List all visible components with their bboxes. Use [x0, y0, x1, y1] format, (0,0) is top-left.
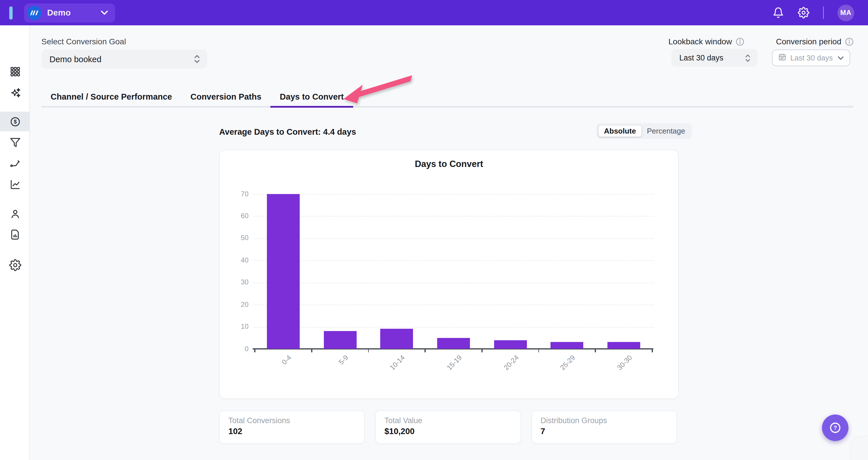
- sidebar-item-conversion-goals-icon[interactable]: $: [0, 112, 30, 131]
- sidebar-item-journeys-icon[interactable]: [0, 153, 30, 173]
- sidebar: $: [0, 25, 30, 460]
- top-bar: Demo MA: [0, 0, 868, 25]
- chevron-down-icon: [838, 56, 844, 60]
- tab-days-to-convert[interactable]: Days to Convert: [271, 87, 353, 106]
- y-axis-tick-label: 30: [222, 278, 248, 286]
- x-axis-tick: [538, 349, 539, 352]
- bar-5-9[interactable]: [323, 331, 356, 349]
- chart-gridline: [254, 327, 653, 327]
- chart-gridline: [254, 216, 653, 217]
- bar-0-4[interactable]: [267, 194, 300, 349]
- sidebar-item-ai-sparkles-icon[interactable]: [0, 83, 30, 103]
- calendar-icon: [778, 53, 786, 63]
- absolute-percentage-toggle: AbsolutePercentage: [596, 123, 692, 139]
- svg-text:?: ?: [834, 425, 837, 431]
- days-to-convert-chart-card: Days to Convert 0102030405060700-45-910-…: [219, 150, 679, 399]
- stat-card-distribution-groups: Distribution Groups7: [531, 410, 677, 444]
- toggle-option-absolute[interactable]: Absolute: [598, 125, 642, 137]
- logo-bar-blue: [9, 6, 12, 20]
- app-root: Demo MA $: [0, 0, 868, 460]
- corner-widget: [850, 436, 868, 460]
- bar-25-29[interactable]: [551, 342, 584, 349]
- stat-value: 7: [540, 427, 668, 436]
- workspace-name: Demo: [47, 8, 71, 17]
- lookback-window-select[interactable]: Last 30 days: [671, 49, 757, 67]
- workspace-avatar-icon: [27, 5, 41, 20]
- toggle-option-percentage[interactable]: Percentage: [642, 125, 690, 137]
- tab-channel-source-performance[interactable]: Channel / Source Performance: [41, 87, 181, 106]
- conversion-goal-label: Select Conversion Goal: [41, 37, 126, 46]
- x-axis-tick: [368, 349, 369, 352]
- select-chevrons-icon: [745, 53, 751, 62]
- sidebar-item-contacts-icon[interactable]: [0, 204, 30, 223]
- chart-gridline: [254, 305, 653, 305]
- x-axis-tick: [311, 349, 312, 352]
- tabs: Channel / Source PerformanceConversion P…: [41, 87, 353, 106]
- y-axis-tick-label: 20: [222, 300, 248, 308]
- x-axis-tick: [595, 349, 596, 352]
- tabs-baseline: [41, 106, 853, 108]
- chart-gridline: [254, 260, 653, 261]
- y-axis-tick-label: 10: [222, 322, 248, 330]
- settings-gear-icon[interactable]: [798, 7, 809, 19]
- sidebar-item-funnel-icon[interactable]: [0, 133, 30, 152]
- chart-title: Days to Convert: [220, 159, 678, 169]
- conversion-period-label: Conversion period: [776, 37, 853, 46]
- chart-gridline: [254, 238, 653, 239]
- sidebar-item-reports-icon[interactable]: [0, 225, 30, 244]
- x-axis-tick: [425, 349, 426, 352]
- help-button[interactable]: ?: [822, 414, 848, 441]
- lookback-window-label: Lookback window: [669, 37, 744, 46]
- topbar-divider: [823, 6, 824, 19]
- conversion-period-value: Last 30 days: [790, 54, 833, 62]
- conversion-goal-select[interactable]: Demo booked: [41, 50, 207, 68]
- stat-label: Total Conversions: [228, 416, 356, 425]
- y-axis-tick-label: 70: [222, 190, 248, 198]
- bar-10-14[interactable]: [380, 329, 413, 349]
- average-days-text: Average Days to Convert: 4.4 days: [219, 127, 356, 137]
- tab-conversion-paths[interactable]: Conversion Paths: [181, 87, 271, 106]
- stat-value: $10,200: [384, 427, 512, 436]
- info-icon[interactable]: [736, 37, 744, 46]
- bar-20-24[interactable]: [494, 340, 527, 349]
- workspace-switcher[interactable]: Demo: [24, 3, 115, 22]
- x-axis-tick: [482, 349, 483, 352]
- stat-label: Distribution Groups: [540, 416, 668, 425]
- svg-text:$: $: [13, 118, 17, 124]
- conversion-period-picker[interactable]: Last 30 days: [772, 50, 850, 66]
- x-axis-tick: [254, 349, 255, 352]
- y-axis-tick-label: 40: [222, 256, 248, 264]
- chart-gridline: [254, 194, 653, 195]
- lookback-window-value: Last 30 days: [679, 54, 723, 62]
- conversion-goal-value: Demo booked: [50, 54, 101, 64]
- info-icon[interactable]: [845, 37, 853, 46]
- sidebar-item-apps-grid-icon[interactable]: [0, 62, 30, 81]
- stat-value: 102: [228, 427, 356, 436]
- stat-card-total-value: Total Value$10,200: [375, 410, 521, 444]
- user-avatar[interactable]: MA: [838, 4, 854, 21]
- y-axis-tick-label: 50: [222, 234, 248, 242]
- sidebar-item-analytics-icon[interactable]: [0, 174, 30, 194]
- stat-label: Total Value: [384, 416, 512, 425]
- chart-gridline: [254, 282, 653, 283]
- stat-card-total-conversions: Total Conversions102: [219, 410, 365, 444]
- chevron-down-icon: [101, 10, 108, 15]
- bar-15-19[interactable]: [437, 338, 470, 349]
- y-axis-tick-label: 60: [222, 212, 248, 220]
- x-axis-tick: [652, 349, 653, 352]
- sidebar-item-settings-gear-icon[interactable]: [0, 255, 30, 275]
- y-axis-tick-label: 0: [222, 345, 248, 353]
- select-chevrons-icon: [194, 54, 200, 64]
- bar-30-30[interactable]: [608, 342, 640, 349]
- stats-row: Total Conversions102Total Value$10,200Di…: [219, 410, 677, 444]
- notifications-bell-icon[interactable]: [772, 7, 784, 19]
